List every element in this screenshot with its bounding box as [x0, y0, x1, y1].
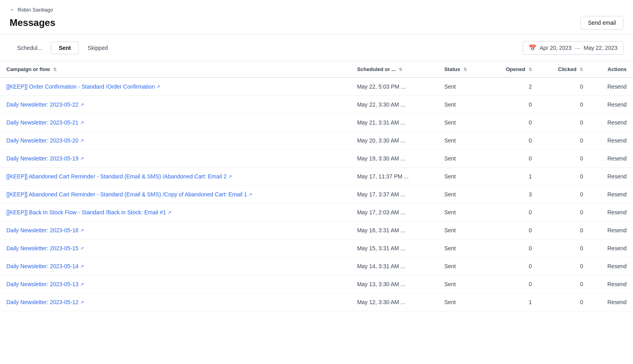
cell-status-0: Sent	[438, 77, 486, 96]
back-link[interactable]: ← Robin Santiago	[10, 6, 53, 13]
cell-action-11[interactable]: Resend	[589, 275, 633, 293]
table-row: Daily Newsletter: 2023-05-16 ↗ May 16, 3…	[0, 222, 633, 239]
cell-clicked-3: 0	[538, 132, 590, 150]
cell-status-1: Sent	[438, 96, 486, 114]
cell-scheduled-3: May 20, 3:30 AM ...	[351, 132, 438, 150]
external-link-icon: ↗	[80, 300, 84, 305]
date-range-picker[interactable]: 📅 Apr 20, 2023 — May 22, 2023	[523, 41, 623, 55]
cell-scheduled-5: May 17, 11:37 PM ...	[351, 168, 438, 186]
cell-scheduled-1: May 22, 3:30 AM ...	[351, 96, 438, 114]
cell-campaign-4[interactable]: Daily Newsletter: 2023-05-19 ↗	[0, 150, 351, 168]
cell-campaign-7[interactable]: [[KEEP]] Back In Stock Flow - Standard /…	[0, 204, 351, 222]
cell-status-11: Sent	[438, 275, 486, 293]
cell-campaign-1[interactable]: Daily Newsletter: 2023-05-22 ↗	[0, 96, 351, 114]
cell-campaign-0[interactable]: [[KEEP]] Order Confirmation - Standard /…	[0, 77, 351, 96]
cell-action-9[interactable]: Resend	[589, 239, 633, 257]
external-link-icon: ↗	[80, 156, 84, 161]
calendar-icon: 📅	[529, 44, 536, 51]
cell-status-2: Sent	[438, 114, 486, 132]
date-dash: —	[575, 45, 580, 51]
col-clicked[interactable]: Clicked ⇅	[538, 61, 590, 77]
cell-scheduled-7: May 17, 2:03 AM ...	[351, 204, 438, 222]
external-link-icon: ↗	[249, 192, 252, 197]
table-row: [[KEEP]] Back In Stock Flow - Standard /…	[0, 204, 633, 222]
table-row: Daily Newsletter: 2023-05-19 ↗ May 19, 3…	[0, 150, 633, 168]
cell-opened-7: 0	[486, 204, 538, 222]
cell-status-4: Sent	[438, 150, 486, 168]
cell-campaign-11[interactable]: Daily Newsletter: 2023-05-13 ↗	[0, 275, 351, 293]
table-header-row: Campaign or flow ⇅ Scheduled or ... ⇅ St…	[0, 61, 633, 77]
sort-opened-icon: ⇅	[528, 67, 532, 72]
cell-opened-12: 1	[486, 293, 538, 311]
cell-status-6: Sent	[438, 186, 486, 204]
table-row: Daily Newsletter: 2023-05-22 ↗ May 22, 3…	[0, 96, 633, 114]
cell-campaign-10[interactable]: Daily Newsletter: 2023-05-14 ↗	[0, 257, 351, 275]
table-row: Daily Newsletter: 2023-05-20 ↗ May 20, 3…	[0, 132, 633, 150]
cell-action-0[interactable]: Resend	[589, 77, 633, 96]
cell-action-2[interactable]: Resend	[589, 114, 633, 132]
cell-campaign-12[interactable]: Daily Newsletter: 2023-05-12 ↗	[0, 293, 351, 311]
tab-sent[interactable]: Sent	[51, 42, 78, 54]
cell-opened-10: 0	[486, 257, 538, 275]
cell-campaign-2[interactable]: Daily Newsletter: 2023-05-21 ↗	[0, 114, 351, 132]
cell-opened-11: 0	[486, 275, 538, 293]
cell-scheduled-4: May 19, 3:30 AM ...	[351, 150, 438, 168]
cell-clicked-12: 0	[538, 293, 590, 311]
sort-clicked-icon: ⇅	[580, 67, 583, 72]
cell-status-9: Sent	[438, 239, 486, 257]
cell-campaign-8[interactable]: Daily Newsletter: 2023-05-16 ↗	[0, 222, 351, 239]
cell-scheduled-2: May 21, 3:31 AM ...	[351, 114, 438, 132]
table-row: [[KEEP]] Order Confirmation - Standard /…	[0, 77, 633, 96]
table-row: Daily Newsletter: 2023-05-15 ↗ May 15, 3…	[0, 239, 633, 257]
table-row: [[KEEP]] Abandoned Cart Reminder - Stand…	[0, 168, 633, 186]
send-email-button[interactable]: Send email	[580, 16, 623, 30]
tab-scheduled[interactable]: Schedul...	[10, 42, 49, 54]
cell-action-5[interactable]: Resend	[589, 168, 633, 186]
cell-clicked-9: 0	[538, 239, 590, 257]
cell-action-1[interactable]: Resend	[589, 96, 633, 114]
table-row: Daily Newsletter: 2023-05-12 ↗ May 12, 3…	[0, 293, 633, 311]
date-end: May 22, 2023	[584, 45, 617, 51]
cell-opened-8: 0	[486, 222, 538, 239]
cell-action-12[interactable]: Resend	[589, 293, 633, 311]
cell-action-7[interactable]: Resend	[589, 204, 633, 222]
sort-status-icon: ⇅	[463, 67, 467, 72]
col-opened[interactable]: Opened ⇅	[486, 61, 538, 77]
cell-clicked-1: 0	[538, 96, 590, 114]
cell-action-10[interactable]: Resend	[589, 257, 633, 275]
cell-scheduled-6: May 17, 3:37 AM ...	[351, 186, 438, 204]
cell-campaign-5[interactable]: [[KEEP]] Abandoned Cart Reminder - Stand…	[0, 168, 351, 186]
table-row: Daily Newsletter: 2023-05-21 ↗ May 21, 3…	[0, 114, 633, 132]
cell-campaign-3[interactable]: Daily Newsletter: 2023-05-20 ↗	[0, 132, 351, 150]
cell-action-8[interactable]: Resend	[589, 222, 633, 239]
sort-scheduled-icon: ⇅	[399, 67, 402, 72]
col-status[interactable]: Status ⇅	[438, 61, 486, 77]
cell-clicked-6: 0	[538, 186, 590, 204]
col-scheduled[interactable]: Scheduled or ... ⇅	[351, 61, 438, 77]
cell-action-4[interactable]: Resend	[589, 150, 633, 168]
sort-campaign-icon: ⇅	[53, 67, 57, 72]
cell-clicked-10: 0	[538, 257, 590, 275]
cell-clicked-5: 0	[538, 168, 590, 186]
cell-clicked-0: 0	[538, 77, 590, 96]
cell-scheduled-9: May 15, 3:31 AM ...	[351, 239, 438, 257]
cell-opened-3: 0	[486, 132, 538, 150]
cell-action-3[interactable]: Resend	[589, 132, 633, 150]
external-link-icon: ↗	[168, 210, 171, 215]
cell-clicked-11: 0	[538, 275, 590, 293]
cell-opened-4: 0	[486, 150, 538, 168]
cell-opened-9: 0	[486, 239, 538, 257]
tab-skipped[interactable]: Skipped	[80, 42, 116, 54]
external-link-icon: ↗	[80, 102, 84, 107]
cell-action-6[interactable]: Resend	[589, 186, 633, 204]
cell-clicked-2: 0	[538, 114, 590, 132]
messages-table: Campaign or flow ⇅ Scheduled or ... ⇅ St…	[0, 61, 633, 311]
cell-campaign-6[interactable]: [[KEEP]] Abandoned Cart Reminder - Stand…	[0, 186, 351, 204]
col-actions: Actions	[589, 61, 633, 77]
external-link-icon: ↗	[80, 246, 84, 251]
external-link-icon: ↗	[80, 120, 84, 125]
col-campaign[interactable]: Campaign or flow ⇅	[0, 61, 351, 77]
cell-campaign-9[interactable]: Daily Newsletter: 2023-05-15 ↗	[0, 239, 351, 257]
cell-status-10: Sent	[438, 257, 486, 275]
table-row: Daily Newsletter: 2023-05-13 ↗ May 13, 3…	[0, 275, 633, 293]
